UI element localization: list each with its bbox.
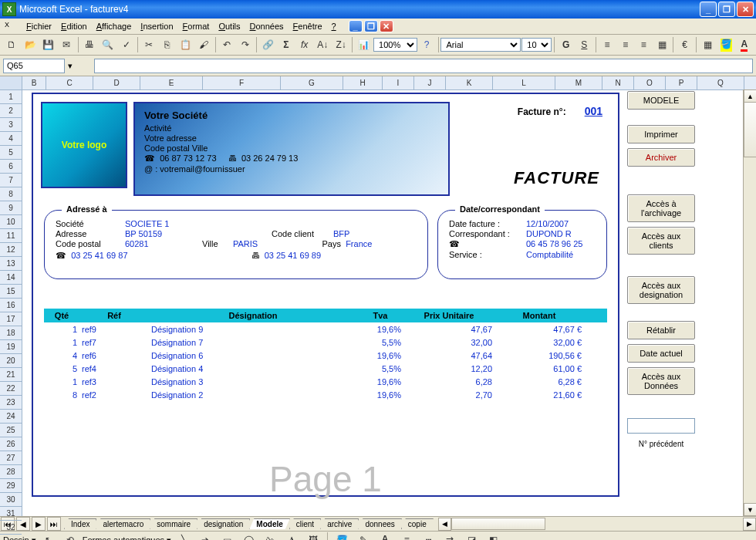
select-all-corner[interactable] (0, 76, 22, 90)
sheet-tab-index[interactable]: Index (64, 518, 96, 529)
fontsize-combo[interactable]: 10 (521, 38, 552, 52)
new-icon[interactable]: 🗋 (3, 35, 21, 54)
redo-icon[interactable]: ↷ (236, 35, 254, 54)
acces-clients-button[interactable]: Accès aux clients (627, 227, 695, 255)
col-header[interactable]: D (93, 76, 140, 89)
undo-icon[interactable]: ↶ (218, 35, 236, 54)
row-header[interactable]: 2 (0, 104, 22, 118)
row-header[interactable]: 5 (0, 146, 22, 160)
row-header[interactable]: 8 (0, 187, 22, 201)
col-header[interactable]: G (281, 76, 343, 89)
dessin-menu[interactable]: Dessin ▾ (3, 535, 36, 541)
sheet-tab-sommaire[interactable]: sommaire (150, 518, 197, 529)
sheet-tab-copie[interactable]: copie (401, 518, 434, 529)
merge-icon[interactable]: ▦ (653, 35, 671, 54)
chart-icon[interactable]: 📊 (355, 35, 373, 54)
row-header[interactable]: 10 (0, 215, 22, 229)
acces-donnees-button[interactable]: Accès aux Données (627, 367, 695, 395)
minimize-button[interactable]: _ (700, 2, 717, 17)
align-center-icon[interactable]: ≡ (616, 35, 634, 54)
name-box[interactable] (3, 59, 65, 73)
print-icon[interactable]: 🖶 (81, 35, 99, 54)
wordart-icon[interactable]: 𝐀 (282, 531, 301, 540)
row-header[interactable]: 25 (0, 424, 22, 437)
sum-icon[interactable]: Σ (278, 35, 295, 54)
menu-fenêtre[interactable]: Fenêtre (289, 20, 327, 32)
borders-icon[interactable]: ▦ (699, 35, 717, 54)
spell-icon[interactable]: ✓ (117, 35, 135, 54)
row-header[interactable]: 6 (0, 160, 22, 174)
scroll-down-icon[interactable]: ▼ (744, 503, 756, 516)
select-objects-icon[interactable]: ↖ (39, 531, 58, 540)
col-header[interactable]: N (602, 76, 634, 89)
row-header[interactable]: 23 (0, 396, 22, 410)
col-header[interactable]: L (493, 76, 555, 89)
sheet-content[interactable]: Votre logo Votre Société Activité Votre … (22, 89, 756, 516)
mail-icon[interactable]: ✉ (58, 35, 76, 54)
acces-designation-button[interactable]: Accès aux designation (627, 276, 695, 304)
row-header[interactable]: 12 (0, 243, 22, 257)
underline-icon[interactable]: S (575, 35, 593, 54)
col-header[interactable]: K (446, 76, 493, 89)
retablir-button[interactable]: Rétablir (627, 321, 695, 339)
row-header[interactable]: 9 (0, 201, 22, 215)
col-header[interactable]: M (555, 76, 602, 89)
row-header[interactable]: 13 (0, 257, 22, 271)
vertical-scrollbar[interactable]: ▲ ▼ (743, 89, 756, 516)
doc-restore-button[interactable]: ❐ (364, 20, 378, 32)
acces-archivage-button[interactable]: Accès à l'archivage (627, 194, 695, 222)
arrow-icon[interactable]: ➔ (196, 531, 214, 540)
formula-input[interactable] (94, 59, 753, 73)
archiver-button[interactable]: Archiver (627, 148, 695, 167)
preview-icon[interactable]: 🔍 (99, 35, 116, 54)
scroll-up-icon[interactable]: ▲ (744, 89, 756, 103)
sheet-tab-designation[interactable]: designation (197, 518, 250, 529)
dash-style-icon[interactable]: ┅ (419, 531, 437, 540)
col-header[interactable]: P (666, 76, 697, 89)
align-left-icon[interactable]: ≡ (599, 35, 616, 54)
row-header[interactable]: 30 (0, 493, 22, 507)
font-color-icon[interactable]: A (735, 35, 753, 54)
dropdown-icon[interactable]: ▾ (68, 61, 73, 71)
row-header[interactable]: 24 (0, 410, 22, 424)
col-header[interactable]: B (22, 76, 46, 89)
col-header[interactable]: J (414, 76, 446, 89)
menu-fichier[interactable]: Fichier (22, 20, 56, 32)
row-header[interactable]: 27 (0, 451, 22, 465)
shadow-icon[interactable]: ◪ (462, 531, 481, 540)
menu-données[interactable]: Données (245, 20, 289, 32)
date-actuel-button[interactable]: Date actuel (627, 344, 695, 363)
bold-icon[interactable]: G (557, 35, 575, 54)
col-header[interactable]: E (140, 76, 203, 89)
font-color-icon[interactable]: A (376, 531, 394, 540)
scroll-right-icon[interactable]: ▶ (743, 518, 756, 531)
line-style-icon[interactable]: ≡ (397, 531, 416, 540)
textbox-icon[interactable]: 🗛 (261, 531, 279, 540)
tab-nav-last-icon[interactable]: ⏭ (47, 517, 61, 531)
arrow-style-icon[interactable]: ⇄ (440, 531, 459, 540)
doc-icon[interactable]: X (5, 21, 15, 32)
help-icon[interactable]: ? (418, 35, 436, 54)
row-header[interactable]: 26 (0, 437, 22, 451)
rect-icon[interactable]: ▭ (218, 531, 236, 540)
row-header[interactable]: 19 (0, 340, 22, 354)
sheet-tab-alertemacro[interactable]: alertemacro (96, 518, 150, 529)
3d-icon[interactable]: ◧ (484, 531, 502, 540)
row-header[interactable]: 14 (0, 271, 22, 285)
row-header[interactable]: 28 (0, 465, 22, 479)
hscroll-thumb[interactable] (451, 518, 545, 530)
save-icon[interactable]: 💾 (39, 35, 57, 54)
col-header[interactable]: Q (697, 76, 744, 89)
modele-button[interactable]: MODELE (627, 91, 695, 110)
row-header[interactable]: 20 (0, 354, 22, 368)
format-painter-icon[interactable]: 🖌 (195, 35, 213, 54)
sheet-tab-archive[interactable]: archive (320, 518, 359, 529)
scroll-left-icon[interactable]: ◀ (438, 518, 451, 531)
row-header[interactable]: 3 (0, 118, 22, 132)
rotate-icon[interactable]: ⟲ (61, 531, 79, 540)
align-right-icon[interactable]: ≡ (635, 35, 653, 54)
numero-precedent-input[interactable] (627, 418, 695, 434)
fill-icon[interactable]: 🪣 (332, 531, 351, 540)
col-header[interactable]: I (383, 76, 414, 89)
imprimer-button[interactable]: Imprimer (627, 125, 695, 143)
